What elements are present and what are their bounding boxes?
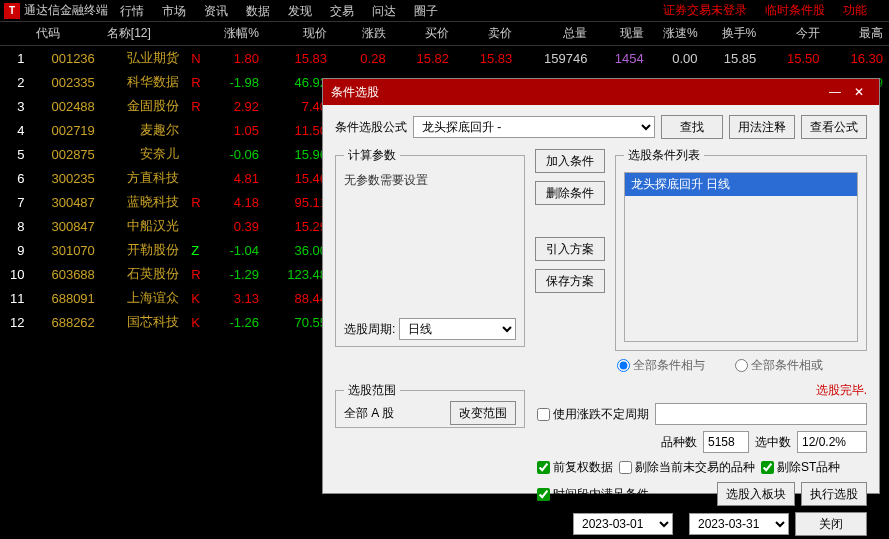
top-menu-bar: T 通达信金融终端 行情市场资讯数据发现交易问达圈子 证券交易未登录临时条件股功…	[0, 0, 889, 22]
chk-time-condition[interactable]: 时间段内满足条件	[537, 486, 649, 503]
col-header[interactable]: 卖价	[455, 22, 518, 46]
menu-item[interactable]: 资讯	[204, 4, 228, 18]
col-header[interactable]: 涨跌	[333, 22, 392, 46]
date-to-select[interactable]: 2023-03-31	[689, 513, 789, 535]
done-text: 选股完毕.	[537, 382, 867, 399]
close-icon[interactable]: ✕	[847, 85, 871, 99]
chk-forward-adjust[interactable]: 前复权数据	[537, 459, 613, 476]
menu-item[interactable]: 行情	[120, 4, 144, 18]
menu-item[interactable]: 发现	[288, 4, 312, 18]
condition-list-legend: 选股条件列表	[624, 147, 704, 164]
period-label: 选股周期:	[344, 321, 395, 338]
chk-indef-period[interactable]: 使用涨跌不定周期	[537, 406, 649, 423]
table-row[interactable]: 1001236弘业期货N1.8015.830.2815.8215.8315974…	[0, 46, 889, 71]
condition-listbox[interactable]: 龙头探底回升 日线	[624, 172, 858, 342]
dialog-titlebar[interactable]: 条件选股 — ✕	[323, 79, 879, 105]
params-empty-text: 无参数需要设置	[344, 172, 516, 189]
indef-period-input[interactable]	[655, 403, 867, 425]
chk-remove-st[interactable]: 剔除ST品种	[761, 459, 840, 476]
col-header[interactable]: 涨速%	[650, 22, 704, 46]
col-header[interactable]: 今开	[762, 22, 825, 46]
kind-count-field	[703, 431, 749, 453]
menu-right-item[interactable]: 临时条件股	[765, 2, 825, 19]
minimize-icon[interactable]: —	[823, 85, 847, 99]
change-scope-button[interactable]: 改变范围	[450, 401, 516, 425]
delete-condition-button[interactable]: 删除条件	[535, 181, 605, 205]
view-formula-button[interactable]: 查看公式	[801, 115, 867, 139]
params-legend: 计算参数	[344, 147, 400, 164]
save-plan-button[interactable]: 保存方案	[535, 269, 605, 293]
menu-item[interactable]: 数据	[246, 4, 270, 18]
chk-remove-notrade[interactable]: 剔除当前未交易的品种	[619, 459, 755, 476]
menu-item[interactable]: 圈子	[414, 4, 438, 18]
menu-item[interactable]: 市场	[162, 4, 186, 18]
scope-legend: 选股范围	[344, 382, 400, 399]
formula-select[interactable]: 龙头探底回升 -	[413, 116, 655, 138]
close-button[interactable]: 关闭	[795, 512, 867, 536]
import-plan-button[interactable]: 引入方案	[535, 237, 605, 261]
col-header[interactable]: 最高	[826, 22, 889, 46]
radio-and[interactable]: 全部条件相与	[617, 357, 705, 374]
col-header[interactable]: 买价	[392, 22, 455, 46]
col-header[interactable]: 代码	[30, 22, 100, 46]
find-button[interactable]: 查找	[661, 115, 723, 139]
col-header[interactable]: 现价	[265, 22, 333, 46]
period-select[interactable]: 日线	[399, 318, 516, 340]
radio-or[interactable]: 全部条件相或	[735, 357, 823, 374]
app-logo-icon: T	[4, 3, 20, 19]
scope-text: 全部 A 股	[344, 405, 394, 422]
date-sep: -	[679, 517, 683, 531]
add-condition-button[interactable]: 加入条件	[535, 149, 605, 173]
scope-fieldset: 选股范围 全部 A 股 改变范围	[335, 382, 525, 428]
selected-count-field	[797, 431, 867, 453]
selected-count-label: 选中数	[755, 434, 791, 451]
col-header[interactable]: 涨幅%	[204, 22, 265, 46]
menu-right-item[interactable]: 证券交易未登录	[663, 2, 747, 19]
col-header[interactable]: 名称[12]	[101, 22, 185, 46]
col-header[interactable]: 现量	[593, 22, 649, 46]
condition-list-fieldset: 选股条件列表 龙头探底回升 日线	[615, 147, 867, 351]
menu-item[interactable]: 交易	[330, 4, 354, 18]
to-block-button[interactable]: 选股入板块	[717, 482, 795, 506]
col-header[interactable]: 总量	[518, 22, 593, 46]
col-header[interactable]: 换手%	[704, 22, 763, 46]
condition-stock-dialog: 条件选股 — ✕ 条件选股公式 龙头探底回升 - 查找 用法注释 查看公式 计算…	[322, 78, 880, 494]
usage-button[interactable]: 用法注释	[729, 115, 795, 139]
menu-item[interactable]: 问达	[372, 4, 396, 18]
execute-button[interactable]: 执行选股	[801, 482, 867, 506]
formula-label: 条件选股公式	[335, 119, 407, 136]
params-fieldset: 计算参数 无参数需要设置 选股周期: 日线	[335, 147, 525, 347]
condition-list-item[interactable]: 龙头探底回升 日线	[625, 173, 857, 196]
menu-right-item[interactable]: 功能	[843, 2, 867, 19]
app-title: 通达信金融终端	[24, 2, 108, 19]
kind-count-label: 品种数	[661, 434, 697, 451]
dialog-title: 条件选股	[331, 84, 823, 101]
date-from-select[interactable]: 2023-03-01	[573, 513, 673, 535]
